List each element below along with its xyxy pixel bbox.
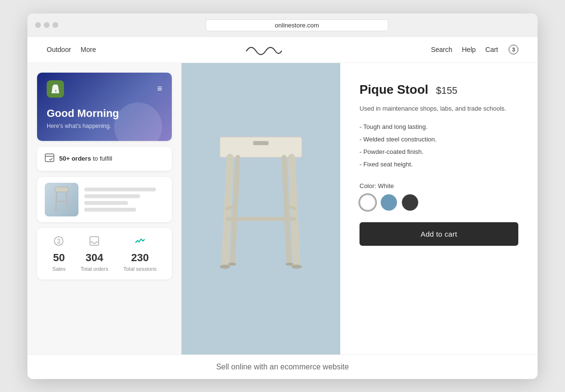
product-info: Pique Stool $155 Used in maintenance sho…	[340, 63, 538, 354]
sales-value: 50	[53, 252, 64, 264]
orders-icon	[45, 153, 54, 164]
placeholder-line-4	[84, 208, 136, 212]
nav-left: Outdoor More	[47, 46, 96, 53]
stat-sessions: 230 Total sessions	[123, 236, 156, 272]
svg-line-13	[232, 157, 238, 263]
color-swatch-blue[interactable]	[381, 194, 397, 211]
chart-icon	[135, 236, 145, 249]
svg-line-5	[66, 210, 67, 212]
nav-outdoor[interactable]: Outdoor	[47, 46, 71, 53]
cart-badge: 3	[509, 45, 518, 54]
stat-orders: 304 Total orders	[80, 236, 108, 272]
admin-subtitle-text: Here's what's happening.	[47, 123, 162, 129]
browser-window: onlinestore.com Outdoor More Search Help…	[27, 13, 538, 379]
product-placeholder-lines	[84, 188, 164, 212]
nav-help[interactable]: Help	[462, 46, 476, 53]
traffic-lights	[35, 22, 58, 28]
wave-logo	[244, 41, 282, 58]
sales-label: Sales	[52, 266, 66, 272]
feature-3: - Powder-coated finish.	[360, 146, 518, 158]
color-swatch-dark[interactable]	[402, 194, 418, 211]
svg-rect-1	[55, 187, 68, 192]
feature-4: - Fixed seat height.	[360, 158, 518, 171]
feature-2: - Welded steel construction.	[360, 133, 518, 146]
product-features: - Tough and long lasting. - Welded steel…	[360, 121, 518, 171]
orders-label: Total orders	[80, 266, 108, 272]
address-bar[interactable]: onlinestore.com	[205, 19, 388, 31]
admin-greeting-text: Good Morning	[47, 107, 162, 120]
product-row	[37, 177, 172, 222]
site-content: ≡ Good Morning Here's what's happening.	[27, 63, 538, 354]
svg-rect-9	[220, 137, 302, 157]
nav-cart[interactable]: Cart	[486, 46, 498, 53]
svg-point-18	[220, 265, 230, 269]
color-swatch-white[interactable]	[360, 194, 376, 211]
nav-logo	[96, 41, 431, 58]
color-swatches	[360, 194, 518, 211]
svg-line-14	[284, 157, 289, 263]
orders-text: 50+ orders to fulfill	[59, 155, 112, 162]
svg-point-21	[285, 263, 294, 266]
product-image-area	[181, 63, 340, 354]
svg-line-12	[292, 157, 297, 265]
site-nav: Outdoor More Search Help Cart 3	[27, 37, 538, 63]
admin-header: ≡ Good Morning Here's what's happening.	[37, 73, 172, 141]
traffic-green	[52, 22, 58, 28]
admin-greeting-card: ≡ Good Morning Here's what's happening.	[37, 73, 172, 141]
sessions-value: 230	[131, 252, 149, 264]
nav-right: Search Help Cart 3	[431, 45, 518, 54]
svg-point-20	[228, 263, 236, 266]
traffic-yellow	[44, 22, 50, 28]
admin-topbar: ≡	[47, 80, 162, 98]
dollar-icon	[53, 236, 64, 249]
svg-point-19	[292, 265, 302, 269]
color-section: Color: White	[360, 182, 518, 211]
shopify-logo	[47, 80, 64, 98]
feature-1: - Tough and long lasting.	[360, 121, 518, 133]
product-stool-image	[208, 132, 314, 286]
svg-rect-8	[90, 237, 99, 245]
admin-orders-card: 50+ orders to fulfill	[37, 147, 172, 171]
product-description: Used in maintenance shops, labs, and tra…	[360, 104, 518, 114]
add-to-cart-button[interactable]: Add to cart	[360, 222, 518, 246]
admin-stats-card: 50 Sales 304 Total orders	[37, 228, 172, 279]
product-price: $155	[436, 85, 458, 96]
product-image-background	[181, 63, 340, 354]
product-title: Pique Stool	[360, 82, 428, 97]
hamburger-icon[interactable]: ≡	[157, 84, 162, 94]
placeholder-line-1	[84, 188, 156, 191]
nav-more[interactable]: More	[81, 46, 96, 53]
traffic-red	[35, 22, 41, 28]
stats-row: 50 Sales 304 Total orders	[37, 228, 172, 279]
nav-search[interactable]: Search	[431, 46, 452, 53]
svg-line-11	[225, 157, 230, 265]
svg-rect-10	[253, 141, 269, 145]
bottom-tagline: Sell online with an ecommerce website	[27, 354, 538, 379]
orders-value: 304	[86, 252, 103, 264]
inbox-icon	[89, 236, 100, 249]
product-thumb-image	[45, 183, 78, 216]
placeholder-line-2	[84, 194, 140, 198]
placeholder-line-3	[84, 201, 128, 205]
admin-panel: ≡ Good Morning Here's what's happening.	[27, 63, 181, 354]
product-thumbnail	[45, 183, 78, 216]
svg-rect-0	[45, 154, 54, 162]
orders-row[interactable]: 50+ orders to fulfill	[37, 147, 172, 171]
admin-product-preview	[37, 177, 172, 222]
svg-line-4	[56, 210, 57, 212]
color-label: Color: White	[360, 182, 518, 190]
browser-chrome: onlinestore.com	[27, 13, 538, 37]
stat-sales: 50 Sales	[52, 236, 66, 272]
product-title-row: Pique Stool $155	[360, 82, 518, 97]
sessions-label: Total sessions	[123, 266, 156, 272]
